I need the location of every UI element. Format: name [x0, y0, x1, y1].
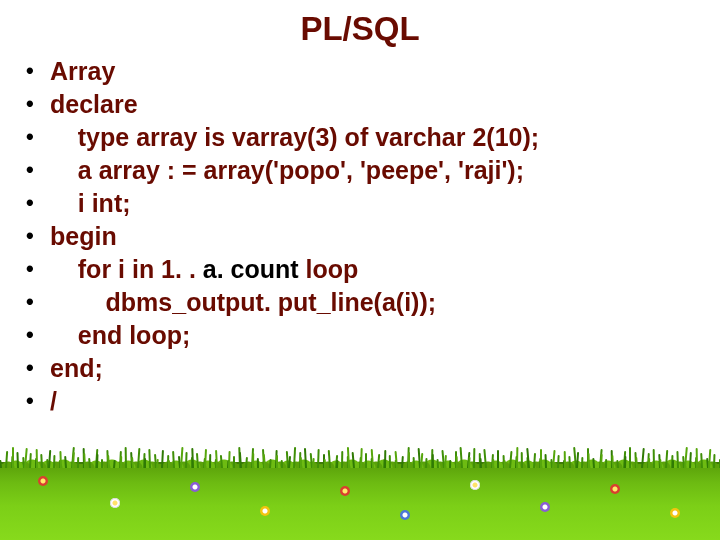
list-item-text: end loop;: [50, 319, 190, 352]
flower-icon: [540, 502, 550, 512]
slide: PL/SQL • Array • declare • type array is…: [0, 0, 720, 540]
bullet-icon: •: [26, 121, 50, 153]
flower-icon: [670, 508, 680, 518]
grass-blades: [0, 442, 720, 468]
flower-icon: [260, 506, 270, 516]
list-item-text: for i in 1. . a. count loop: [50, 253, 358, 286]
bullet-icon: •: [26, 352, 50, 384]
bullet-icon: •: [26, 154, 50, 186]
bullet-icon: •: [26, 55, 50, 87]
bullet-icon: •: [26, 253, 50, 285]
list-item-text: i int;: [50, 187, 131, 220]
list-item: • type array is varray(3) of varchar 2(1…: [26, 121, 686, 154]
list-item: • end;: [26, 352, 686, 385]
bullet-icon: •: [26, 220, 50, 252]
grass-footer: [0, 462, 720, 540]
flower-icon: [110, 498, 120, 508]
bullet-icon: •: [26, 385, 50, 417]
list-item: • i int;: [26, 187, 686, 220]
flower-icon: [610, 484, 620, 494]
list-item: • end loop;: [26, 319, 686, 352]
list-item: • begin: [26, 220, 686, 253]
flower-icon: [400, 510, 410, 520]
list-item-text: /: [50, 385, 57, 418]
list-item-text: begin: [50, 220, 117, 253]
accent-text: a. count: [203, 255, 299, 283]
list-item: • Array: [26, 55, 686, 88]
bullet-icon: •: [26, 319, 50, 351]
flower-icon: [470, 480, 480, 490]
list-item: • dbms_output. put_line(a(i));: [26, 286, 686, 319]
flower-icon: [38, 476, 48, 486]
slide-title: PL/SQL: [0, 10, 720, 48]
bullet-list: • Array • declare • type array is varray…: [26, 55, 686, 418]
list-item-text: dbms_output. put_line(a(i));: [50, 286, 436, 319]
flower-icon: [340, 486, 350, 496]
list-item-text: declare: [50, 88, 138, 121]
list-item-text: end;: [50, 352, 103, 385]
list-item: • declare: [26, 88, 686, 121]
flower-icon: [190, 482, 200, 492]
list-item: • /: [26, 385, 686, 418]
bullet-icon: •: [26, 286, 50, 318]
list-item-text-pre: for i in 1. .: [50, 255, 203, 283]
list-item-text-post: loop: [299, 255, 359, 283]
bullet-icon: •: [26, 187, 50, 219]
list-item-text: type array is varray(3) of varchar 2(10)…: [50, 121, 539, 154]
list-item-text: a array : = array('popo', 'peepe', 'raji…: [50, 154, 524, 187]
list-item-text: Array: [50, 55, 115, 88]
list-item: • a array : = array('popo', 'peepe', 'ra…: [26, 154, 686, 187]
bullet-icon: •: [26, 88, 50, 120]
list-item: • for i in 1. . a. count loop: [26, 253, 686, 286]
